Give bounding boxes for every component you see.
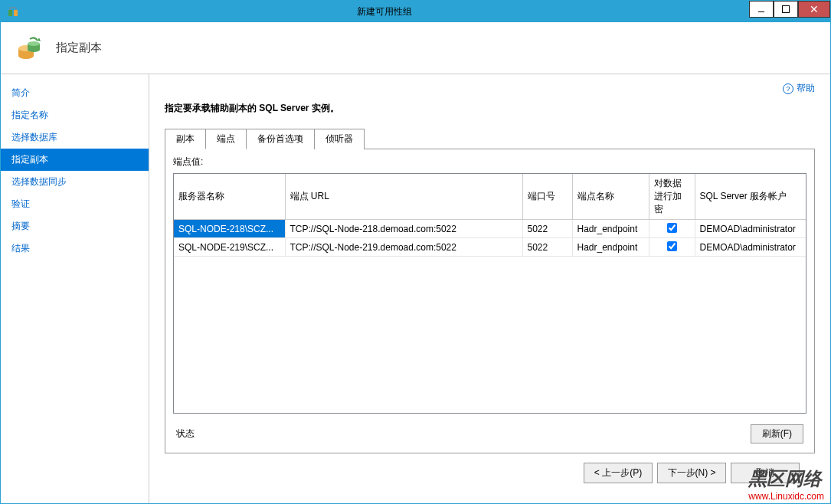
wizard-body: 简介 指定名称 选择数据库 指定副本 选择数据同步 验证 摘要 结果 ? 帮助 …: [1, 74, 830, 503]
sidebar-item-sync[interactable]: 选择数据同步: [1, 171, 149, 193]
cell-account: DEMOAD\administrator: [695, 220, 806, 238]
col-account[interactable]: SQL Server 服务帐户: [695, 174, 806, 220]
titlebar: 新建可用性组 ✕: [1, 1, 830, 22]
watermark-url: www.Linuxidc.com: [748, 491, 824, 502]
sidebar-item-results[interactable]: 结果: [1, 237, 149, 260]
section-label: 端点值:: [173, 155, 806, 169]
sidebar-item-database[interactable]: 选择数据库: [1, 126, 149, 149]
sidebar-item-summary[interactable]: 摘要: [1, 215, 149, 237]
wizard-icon: [16, 34, 44, 62]
table-header-row: 服务器名称 端点 URL 端口号 端点名称 对数据进行加密 SQL Server…: [174, 174, 806, 220]
cell-port: 5022: [522, 220, 572, 238]
tab-listener[interactable]: 侦听器: [314, 129, 365, 149]
sidebar-item-validation[interactable]: 验证: [1, 193, 149, 215]
table-row[interactable]: SQL-NODE-219\SCZ... TCP://SQL-Node-219.d…: [174, 238, 806, 257]
sidebar-item-name[interactable]: 指定名称: [1, 104, 149, 126]
svg-point-7: [28, 41, 40, 46]
maximize-button[interactable]: [774, 1, 798, 18]
cell-url: TCP://SQL-Node-218.demoad.com:5022: [285, 220, 522, 238]
cell-port: 5022: [522, 238, 572, 257]
help-icon: ?: [783, 83, 793, 94]
col-endpoint-name[interactable]: 端点名称: [572, 174, 649, 220]
close-button[interactable]: ✕: [798, 1, 830, 18]
prev-button[interactable]: < 上一步(P): [584, 463, 653, 483]
wizard-sidebar: 简介 指定名称 选择数据库 指定副本 选择数据同步 验证 摘要 结果: [1, 74, 149, 503]
endpoints-table: 服务器名称 端点 URL 端口号 端点名称 对数据进行加密 SQL Server…: [174, 174, 806, 257]
cell-endpoint: Hadr_endpoint: [572, 238, 649, 257]
col-encrypt[interactable]: 对数据进行加密: [649, 174, 695, 220]
col-port[interactable]: 端口号: [522, 174, 572, 220]
status-label: 状态: [176, 427, 195, 440]
minimize-button[interactable]: [749, 1, 774, 18]
cell-server: SQL-NODE-219\SCZ...: [174, 238, 285, 257]
window-controls: ✕: [749, 1, 830, 22]
wizard-window: 新建可用性组 ✕ 指定副本 简介 指定名称 选择数据库 指定副本 选择数据同步: [0, 0, 831, 504]
encrypt-checkbox[interactable]: [667, 241, 677, 251]
sidebar-item-replica[interactable]: 指定副本: [1, 149, 149, 171]
cell-server: SQL-NODE-218\SCZ...: [174, 220, 285, 238]
cancel-button[interactable]: 取消: [731, 463, 800, 483]
cell-encrypt: [649, 220, 695, 238]
next-button[interactable]: 下一步(N) >: [657, 463, 726, 483]
svg-rect-0: [8, 10, 12, 16]
tab-endpoints[interactable]: 端点: [205, 129, 247, 149]
help-label: 帮助: [797, 82, 815, 95]
table-row[interactable]: SQL-NODE-218\SCZ... TCP://SQL-Node-218.d…: [174, 220, 806, 238]
svg-marker-8: [38, 38, 41, 41]
cell-endpoint: Hadr_endpoint: [572, 220, 649, 238]
instruction-text: 指定要承载辅助副本的 SQL Server 实例。: [165, 102, 815, 115]
app-icon: [7, 5, 19, 18]
encrypt-checkbox[interactable]: [667, 223, 677, 233]
wizard-footer: < 上一步(P) 下一步(N) > 取消: [165, 453, 815, 493]
cell-account: DEMOAD\administrator: [695, 238, 806, 257]
page-title: 指定副本: [56, 41, 102, 55]
cell-url: TCP://SQL-Node-219.demoad.com:5022: [285, 238, 522, 257]
tab-backup[interactable]: 备份首选项: [246, 129, 315, 149]
tab-panel: 端点值:: [165, 149, 815, 453]
status-row: 状态 刷新(F): [173, 414, 806, 447]
endpoints-grid: 服务器名称 端点 URL 端口号 端点名称 对数据进行加密 SQL Server…: [173, 173, 806, 414]
col-url[interactable]: 端点 URL: [285, 174, 522, 220]
col-server[interactable]: 服务器名称: [174, 174, 285, 220]
sidebar-item-intro[interactable]: 简介: [1, 82, 149, 104]
tab-replicas[interactable]: 副本: [165, 129, 206, 149]
refresh-button[interactable]: 刷新(F): [751, 424, 803, 443]
svg-rect-1: [14, 10, 18, 16]
cell-encrypt: [649, 238, 695, 257]
main-content: ? 帮助 指定要承载辅助副本的 SQL Server 实例。 副本 端点 备份首…: [149, 74, 830, 503]
endpoints-content: 端点值:: [165, 149, 814, 453]
window-title: 新建可用性组: [19, 5, 749, 18]
help-link[interactable]: ? 帮助: [783, 82, 815, 95]
wizard-header: 指定副本: [1, 22, 830, 74]
